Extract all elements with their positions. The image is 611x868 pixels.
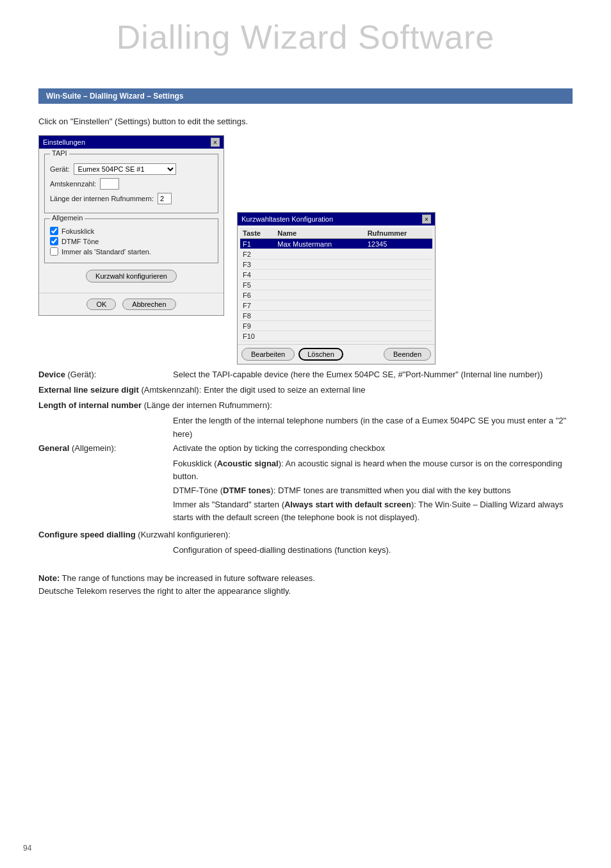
col-taste: Taste	[240, 228, 275, 239]
einstellungen-titlebar: Einstellungen ×	[39, 136, 224, 149]
kurzwahl-row[interactable]: F1Max Mustermann12345	[240, 239, 432, 249]
external-bold: External line seizure digit	[38, 385, 139, 395]
kurzwahl-cell-rufnummer-7	[365, 311, 432, 321]
kurzwahl-row[interactable]: F8	[240, 311, 432, 321]
kurzwahl-cell-rufnummer-8	[365, 321, 432, 331]
always-bold: Always start with default screen	[284, 500, 411, 509]
kurzwahl-cell-rufnummer-3	[365, 270, 432, 280]
kurzwahl-row[interactable]: F10	[240, 331, 432, 341]
kurzwahl-cell-name-5	[275, 290, 364, 300]
kurzwahl-close[interactable]: ×	[422, 215, 431, 224]
page-number: 94	[23, 844, 31, 853]
kurzwahl-cell-taste-0: F1	[240, 239, 275, 249]
kurzwahl-title: Kurzwahltasten Konfiguration	[241, 215, 333, 223]
section-bar: Win·Suite – Dialling Wizard – Settings	[38, 88, 573, 104]
amtskennzahl-input[interactable]	[100, 178, 119, 190]
laenge-input[interactable]	[158, 193, 172, 204]
desc-device: Device (Gerät): Select the TAPI-capable …	[38, 368, 573, 381]
kurzwahl-cell-taste-3: F4	[240, 270, 275, 280]
kurzwahl-cell-rufnummer-0: 12345	[365, 239, 432, 249]
allgemein-group-label: Allgemein	[50, 214, 85, 222]
fokusklick-checkbox[interactable]	[50, 227, 58, 235]
configure-normal: (Kurzwahl konfigurieren):	[136, 530, 231, 539]
general-normal: (Allgemein):	[69, 443, 116, 453]
kurzwahl-row[interactable]: F4	[240, 270, 432, 280]
geraet-select[interactable]: Eumex 504PC SE #1	[74, 163, 176, 175]
kurzwahl-cell-taste-6: F7	[240, 300, 275, 311]
note-line1: Note: The range of functions may be incr…	[38, 572, 573, 585]
kurzwahl-cell-rufnummer-9	[365, 331, 432, 341]
loschen-button[interactable]: Löschen	[298, 348, 343, 361]
kurzwahl-button[interactable]: Kurzwahl konfigurieren	[86, 270, 177, 283]
acoustic-bold: Acoustic signal	[217, 459, 279, 468]
kurzwahl-row[interactable]: F2	[240, 249, 432, 259]
tapi-group: TAPI Gerät: Eumex 504PC SE #1 Amtskennza…	[44, 154, 218, 213]
kurzwahl-cell-name-9	[275, 331, 364, 341]
device-normal: (Gerät):	[65, 370, 96, 379]
general-def: Activate the option by ticking the corre…	[173, 442, 573, 455]
kurzwahl-row[interactable]: F5	[240, 280, 432, 290]
intro-text: Click on "Einstellen" (Settings) button …	[38, 117, 573, 126]
kurzwahl-cell-taste-9: F10	[240, 331, 275, 341]
geraet-label: Gerät:	[50, 165, 70, 173]
note-bold: Note:	[38, 573, 60, 583]
tapi-group-label: TAPI	[50, 149, 69, 157]
kurzwahl-cell-rufnummer-1	[365, 249, 432, 259]
einstellungen-close[interactable]: ×	[211, 138, 220, 147]
device-bold: Device	[38, 370, 65, 379]
kurzwahl-row[interactable]: F6	[240, 290, 432, 300]
dtmf-checkbox[interactable]	[50, 237, 58, 245]
kurzwahl-cell-taste-2: F3	[240, 259, 275, 270]
kurzwahl-cell-rufnummer-4	[365, 280, 432, 290]
kurzwahl-cell-rufnummer-5	[365, 290, 432, 300]
descriptions: Device (Gerät): Select the TAPI-capable …	[38, 368, 573, 557]
kurzwahl-cell-taste-1: F2	[240, 249, 275, 259]
immer-checkbox[interactable]	[50, 247, 58, 256]
kurzwahl-titlebar: Kurzwahltasten Konfiguration ×	[238, 213, 435, 225]
kurzwahl-cell-name-0: Max Mustermann	[275, 239, 364, 249]
bearbeiten-button[interactable]: Bearbeiten	[241, 348, 295, 361]
desc-general: General (Allgemein): Activate the option…	[38, 442, 573, 455]
immer-label: Immer als 'Standard' starten.	[61, 248, 151, 256]
kurzwahl-cell-name-8	[275, 321, 364, 331]
col-rufnummer: Rufnummer	[365, 228, 432, 239]
kurzwahl-row[interactable]: F7	[240, 300, 432, 311]
dtmf-label: DTMF Töne	[61, 238, 99, 245]
kurzwahl-cell-taste-4: F5	[240, 280, 275, 290]
kurzwahl-cell-taste-7: F8	[240, 311, 275, 321]
einstellungen-dialog: Einstellungen × TAPI Gerät: Eumex 504PC …	[38, 135, 224, 316]
general-sub-1: DTMF-Töne (DTMF tones): DTMF tones are t…	[173, 484, 573, 497]
kurzwahl-cell-name-4	[275, 280, 364, 290]
configure-def: Configuration of speed-dialling destinat…	[173, 544, 573, 557]
length-bold: Length of internal number	[38, 400, 142, 410]
beenden-button[interactable]: Beenden	[384, 348, 431, 361]
col-name: Name	[275, 228, 364, 239]
general-bold: General	[38, 443, 69, 453]
desc-external: External line seizure digit (Amtskennzah…	[38, 384, 573, 397]
kurzwahl-cell-name-2	[275, 259, 364, 270]
kurzwahl-cell-rufnummer-2	[365, 259, 432, 270]
ok-button[interactable]: OK	[86, 299, 116, 310]
desc-configure: Configure speed dialling (Kurzwahl konfi…	[38, 528, 573, 541]
note-text1: The range of functions may be increased …	[62, 573, 315, 583]
kurzwahl-dialog: Kurzwahltasten Konfiguration × Taste Nam…	[237, 212, 436, 364]
kurzwahl-cell-taste-5: F6	[240, 290, 275, 300]
kurzwahl-cell-name-1	[275, 249, 364, 259]
length-def-text: Enter the length of the internal telepho…	[173, 414, 573, 440]
general-sub-0: Fokusklick (Acoustic signal): An acousti…	[173, 457, 573, 483]
kurzwahl-row[interactable]: F9	[240, 321, 432, 331]
note-line2: Deutsche Telekom reserves the right to a…	[38, 585, 573, 598]
note-section: Note: The range of functions may be incr…	[38, 572, 573, 598]
page-title: Dialling Wizard Software	[0, 0, 611, 69]
external-normal: (Amtskennzahl):	[139, 385, 202, 395]
kurzwahl-cell-name-6	[275, 300, 364, 311]
abbrechen-button[interactable]: Abbrechen	[122, 299, 175, 310]
length-def	[275, 399, 573, 412]
kurzwahl-row[interactable]: F3	[240, 259, 432, 270]
kurzwahl-table: Taste Name Rufnummer F1Max Mustermann123…	[240, 228, 432, 341]
fokusklick-label: Fokusklick	[61, 227, 94, 235]
amtskennzahl-label: Amtskennzahl:	[50, 180, 96, 188]
allgemein-group: Allgemein Fokusklick DTMF Töne Immer als…	[44, 218, 218, 263]
external-def: Enter the digit used to seize an externa…	[204, 384, 573, 397]
kurzwahl-cell-name-3	[275, 270, 364, 280]
